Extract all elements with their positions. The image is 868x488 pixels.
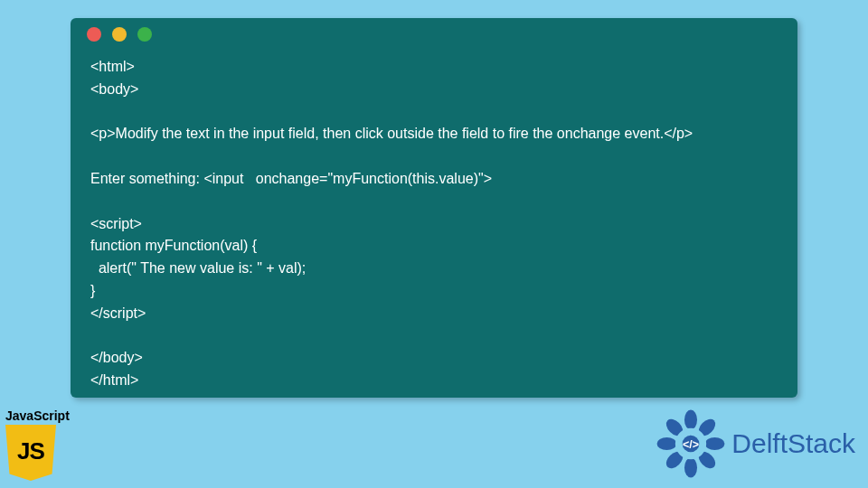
delftstack-mark-icon: </>	[656, 408, 726, 479]
window-dot-close[interactable]	[87, 27, 101, 42]
svg-point-1	[684, 410, 697, 430]
svg-point-4	[705, 437, 725, 450]
svg-point-8	[696, 448, 719, 471]
svg-point-7	[664, 448, 686, 471]
code-block: <html> <body> <p>Modify the text in the …	[71, 51, 797, 405]
svg-point-2	[684, 458, 697, 478]
window-titlebar	[71, 18, 797, 51]
javascript-shield-icon: JS	[5, 425, 56, 481]
window-dot-minimize[interactable]	[112, 27, 127, 42]
code-window: <html> <body> <p>Modify the text in the …	[71, 18, 797, 398]
window-dot-zoom[interactable]	[137, 27, 152, 42]
javascript-badge: JavaScript JS	[5, 408, 70, 481]
javascript-shield-text: JS	[17, 437, 44, 465]
svg-text:</>: </>	[683, 438, 699, 451]
delftstack-wordmark: DelftStack	[731, 428, 855, 459]
javascript-label: JavaScript	[5, 408, 70, 423]
svg-point-6	[696, 416, 719, 438]
svg-point-5	[664, 416, 686, 438]
delftstack-logo: </> DelftStack	[656, 408, 855, 479]
svg-point-3	[657, 437, 677, 450]
